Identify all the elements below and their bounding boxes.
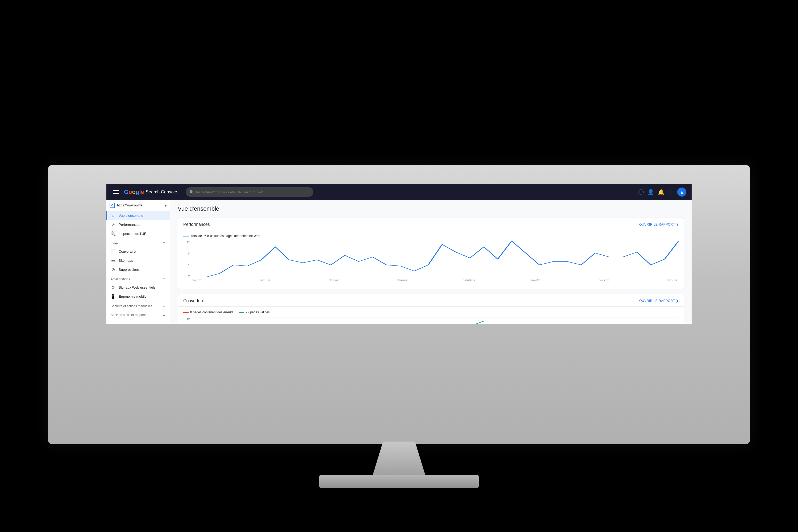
sidebar-item-performances[interactable]: ↗ Performances (107, 220, 170, 229)
menu-icon[interactable] (112, 189, 120, 195)
sidebar-item-label: Vue d'ensemble (119, 214, 143, 217)
x-label-3: 20/02/2021 (395, 279, 407, 282)
y-label-12: 12 (187, 241, 190, 244)
coverage-errors-legend: 0 pages contenant des erreurs (183, 310, 233, 314)
monitor-stand-base (319, 475, 479, 488)
x-label-4: 24/02/2021 (463, 279, 475, 282)
content: Vue d'ensemble Performances OUVRIR LE RA… (170, 200, 691, 324)
coverage-chart-svg-area: .coverage-line { stroke: #34a853; stroke… (192, 317, 679, 324)
sidebar-item-couverture[interactable]: 📄 Couverture (107, 247, 170, 256)
avatar[interactable]: a (677, 188, 686, 196)
trending-up-icon: ↗ (111, 222, 115, 227)
property-url: https://www.//wwe (117, 204, 163, 207)
sidebar-item-inspection-url[interactable]: 🔍 Inspection de l'URL (107, 229, 170, 238)
home-icon: ⌂ (111, 213, 115, 218)
x-label-1: 12/02/2021 (260, 279, 271, 282)
property-icon: C (110, 203, 115, 208)
performances-card-body: Total de 96 clics sur les pages de reche… (178, 230, 684, 289)
performances-card-title: Performances (183, 222, 210, 227)
sidebar: C https://www.//wwe ▾ ⌂ Vue d'ensemble ↗… (107, 200, 170, 324)
performances-legend: Total de 96 clics sur les pages de reche… (183, 234, 679, 238)
legend-blue-dot (183, 236, 189, 236)
y-label-30: 30 (187, 317, 190, 320)
sidebar-item-vue-ensemble[interactable]: ⌂ Vue d'ensemble (107, 211, 170, 220)
monitor-stand-neck (373, 441, 425, 476)
chart-y-axis: 12 8 4 0 (183, 241, 191, 277)
sidebar-section-securite: Sécurité et actions manuelles ⌄ (107, 301, 170, 310)
sidebar-item-label: Signaux Web essentiels (119, 285, 156, 289)
coverage-errors-text: 0 pages contenant des erreurs (190, 310, 233, 314)
topbar-search[interactable]: 🔍 (186, 187, 314, 197)
chart-x-axis: 08/02/2021 12/02/2021 16/02/2021 20/02/2… (192, 277, 679, 284)
sidebar-section-index: Index ⌃ (107, 238, 170, 247)
speed-icon: ⚙ (111, 285, 115, 290)
chart-svg-area: .grid-line { stroke: #e8eaed; stroke-wid… (192, 241, 679, 277)
google-g-icon: Google (124, 189, 144, 195)
index-section-title: Index (111, 242, 118, 245)
coverage-y-axis: 30 (183, 317, 191, 324)
accounts-icon[interactable]: 👤 (647, 189, 654, 195)
search-icon: 🔍 (111, 231, 115, 236)
performances-chart-svg: .grid-line { stroke: #e8eaed; stroke-wid… (192, 241, 679, 277)
couverture-card-header: Couverture OUVRIR LE RAPPORT ❯ (178, 294, 684, 307)
smartphone-icon: 📱 (111, 294, 115, 299)
sidebar-section-ameliorations: Améliorations ⌃ (107, 274, 170, 283)
sidebar-item-signaux-web[interactable]: ⚙ Signaux Web essentiels (107, 283, 170, 292)
ameliorations-section-title: Améliorations (111, 278, 130, 281)
monitor-shell:  Google Search Console 🔍 ⓘ 👤 🔔 (48, 165, 750, 444)
x-label-7: 08/03/2021 (667, 279, 679, 282)
ameliorations-collapse-icon[interactable]: ⌃ (162, 277, 166, 282)
apps-icon[interactable]: ⋮ (668, 189, 673, 195)
securite-collapse-icon[interactable]: ⌄ (162, 304, 166, 308)
help-icon[interactable]: ⓘ (639, 189, 644, 196)
sidebar-item-label: Sitemaps (119, 259, 133, 263)
performances-card-header: Performances OUVRIR LE RAPPORT ❯ (178, 218, 684, 230)
y-label-8: 8 (188, 252, 190, 255)
couverture-chart-svg: .coverage-line { stroke: #34a853; stroke… (192, 317, 679, 324)
x-label-5: 28/02/2021 (531, 279, 543, 282)
file-icon: 📄 (111, 249, 115, 254)
performances-chart: 12 8 4 0 .grid-line { stroke (183, 241, 679, 284)
coverage-legend: 0 pages contenant des erreurs 27 pages v… (183, 310, 679, 314)
property-selector[interactable]: C https://www.//wwe ▾ (107, 200, 170, 211)
sidebar-item-ergonomie-mobile[interactable]: 📱 Ergonomie mobile (107, 292, 170, 301)
sidebar-item-label: Couverture (119, 249, 136, 253)
topbar-actions: ⓘ 👤 🔔 ⋮ a (639, 188, 686, 196)
bell-icon[interactable]: 🔔 (658, 189, 664, 195)
performances-legend-text: Total de 96 clics sur les pages de reche… (191, 234, 260, 238)
couverture-card-body: 0 pages contenant des erreurs 27 pages v… (178, 307, 684, 324)
coverage-valid-legend: 27 pages valides (239, 310, 270, 314)
sidebar-item-suppressions[interactable]: ⊘ Suppressions (107, 265, 170, 274)
couverture-chart: 30 .coverage-line { stroke: #34a853; str… (183, 317, 679, 324)
search-icon: 🔍 (189, 190, 194, 194)
sidebar-item-label: Inspection de l'URL (119, 232, 148, 236)
topbar: Google Search Console 🔍 ⓘ 👤 🔔 ⋮ a (107, 184, 691, 200)
anciens-outils-section-title: Anciens outils et rapports (111, 313, 147, 317)
index-collapse-icon[interactable]: ⌃ (162, 241, 166, 246)
performances-open-report-link[interactable]: OUVRIR LE RAPPORT ❯ (639, 223, 679, 226)
couverture-open-report-link[interactable]: OUVRIR LE RAPPORT ❯ (639, 299, 679, 303)
sidebar-item-sitemaps[interactable]: ☷ Sitemaps (107, 256, 170, 265)
x-label-0: 08/02/2021 (192, 279, 204, 282)
securite-section-title: Sécurité et actions manuelles (111, 304, 152, 308)
x-label-2: 16/02/2021 (327, 279, 339, 282)
y-label-0: 0 (188, 274, 190, 277)
sitemap-icon: ☷ (111, 258, 115, 263)
x-label-6: 04/03/2021 (599, 279, 611, 282)
y-label-4: 4 (188, 263, 190, 266)
logo-text: Search Console (146, 190, 177, 194)
screen: Google Search Console 🔍 ⓘ 👤 🔔 ⋮ a (107, 184, 691, 324)
sidebar-item-label: Ergonomie mobile (119, 294, 147, 299)
sidebar-item-label: Performances (119, 223, 140, 227)
coverage-valid-text: 27 pages valides (246, 310, 270, 314)
couverture-card: Couverture OUVRIR LE RAPPORT ❯ 0 pages c… (178, 294, 684, 324)
page-title: Vue d'ensemble (178, 205, 684, 212)
legend-red-dot (183, 312, 189, 313)
anciens-outils-collapse-icon[interactable]: ⌄ (162, 312, 166, 317)
search-input[interactable] (196, 190, 310, 194)
remove-circle-icon: ⊘ (111, 267, 115, 272)
couverture-card-title: Couverture (183, 299, 204, 303)
performances-card: Performances OUVRIR LE RAPPORT ❯ Total d… (178, 217, 684, 289)
legend-green-dot (239, 312, 244, 313)
sidebar-section-anciens-outils: Anciens outils et rapports ⌄ (107, 310, 170, 318)
